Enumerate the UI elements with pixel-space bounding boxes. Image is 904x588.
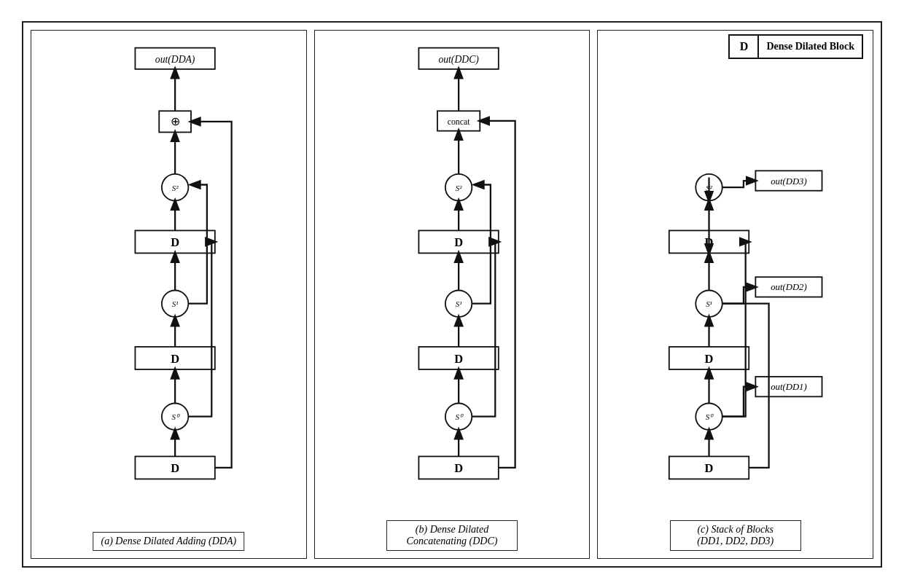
diagram-stack: out(DD3) out(DD2) out(DD1) S² D S¹ D S⁰: [634, 38, 838, 490]
svg-text:S¹: S¹: [172, 299, 179, 308]
svg-text:S²: S²: [172, 183, 179, 192]
panel-ddc-label: (b) Dense Dilated Concatenating (DDC): [386, 520, 518, 551]
legend-description: Dense Dilated Block: [759, 41, 862, 52]
svg-text:S¹: S¹: [706, 299, 712, 308]
svg-text:D: D: [171, 235, 180, 249]
panel-dda-label: (a) Dense Dilated Adding (DDA): [93, 532, 245, 551]
svg-text:S²: S²: [456, 183, 462, 192]
svg-text:out(DD1): out(DD1): [771, 382, 807, 392]
svg-text:out(DDA): out(DDA): [155, 53, 195, 65]
legend: D Dense Dilated Block: [728, 34, 863, 59]
svg-text:D: D: [704, 351, 713, 365]
svg-text:D: D: [454, 235, 463, 249]
svg-text:D: D: [171, 461, 180, 475]
svg-text:concat: concat: [448, 116, 471, 126]
svg-text:D: D: [454, 461, 463, 475]
svg-text:⊕: ⊕: [171, 114, 180, 128]
panel-stack: out(DD3) out(DD2) out(DD1) S² D S¹ D S⁰: [597, 30, 873, 559]
svg-text:out(DD3): out(DD3): [771, 176, 807, 186]
legend-d-box: D: [730, 36, 759, 58]
svg-text:S¹: S¹: [456, 299, 462, 308]
svg-text:out(DD2): out(DD2): [771, 282, 807, 292]
svg-text:D: D: [454, 351, 463, 365]
svg-text:out(DDC): out(DDC): [438, 53, 479, 65]
diagram-dda: out(DDA) ⊕ S² D S¹ D: [88, 38, 249, 490]
panel-dda: out(DDA) ⊕ S² D S¹ D: [31, 30, 307, 559]
svg-text:D: D: [171, 351, 180, 365]
panel-ddc: out(DDC) concat S² D S¹: [314, 30, 591, 559]
svg-text:D: D: [704, 461, 713, 475]
main-container: D Dense Dilated Block out(DDA) ⊕ S² D: [22, 21, 882, 568]
diagram-ddc: out(DDC) concat S² D S¹: [372, 38, 532, 490]
panel-stack-label: (c) Stack of Blocks (DD1, DD2, DD3): [670, 520, 801, 551]
